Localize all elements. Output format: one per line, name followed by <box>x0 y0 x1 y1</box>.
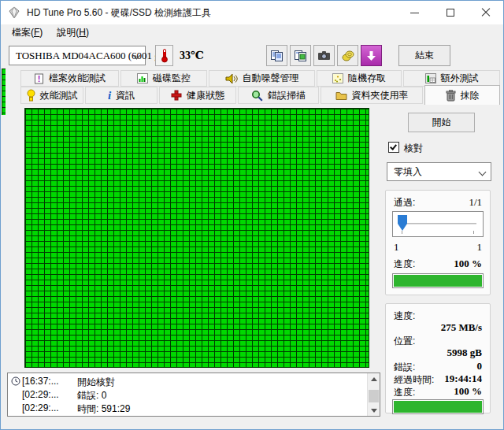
speed-label: 速度: <box>394 310 415 323</box>
tab-folder-usage[interactable]: 資料夾使用率 <box>321 87 423 104</box>
maximize-button[interactable] <box>432 1 468 24</box>
status-progress-label: 進度: <box>394 386 415 399</box>
slider-min-label: 1 <box>394 241 399 254</box>
drive-select[interactable]: TOSHIBA MD04ACA600 (6001 gB) <box>9 46 146 65</box>
tab-benchmark[interactable]: 效能測試 <box>20 87 83 104</box>
slider-tick <box>402 231 402 234</box>
app-window: HD Tune Pro 5.60 - 硬碟/SSD 檢測維護工具 檔案(F) 說… <box>0 0 504 430</box>
status-progress-bar <box>392 399 484 414</box>
random-access-icon <box>332 73 343 83</box>
log-entry: [02:29:... 時間: 591:29 <box>8 402 365 415</box>
pass-slider[interactable] <box>392 211 484 237</box>
elapsed-value: 19:44:14 <box>444 373 482 385</box>
title-bar: HD Tune Pro 5.60 - 硬碟/SSD 檢測維護工具 <box>1 1 503 24</box>
scrollbar-thumb[interactable] <box>369 390 379 402</box>
magnifier-icon <box>251 90 263 102</box>
minimize-button[interactable] <box>397 1 432 24</box>
screenshot-button[interactable] <box>313 45 335 66</box>
tab-extra-tests[interactable]: 額外測試 <box>403 70 500 87</box>
log-scrollbar[interactable] <box>367 373 380 416</box>
exit-button[interactable]: 結束 <box>398 45 450 66</box>
file-benchmark-icon: ! <box>34 73 44 84</box>
drive-select-value: TOSHIBA MD04ACA600 (6001 gB) <box>16 50 170 62</box>
log-time: [02:29:... <box>22 389 59 400</box>
verify-checkbox[interactable] <box>388 142 399 153</box>
close-icon <box>481 8 491 17</box>
arrow-up-icon <box>371 377 377 381</box>
slider-tick <box>473 231 474 234</box>
pass-group: 通過: 1/1 1 1 進度: 100 % <box>385 190 491 295</box>
download-button[interactable] <box>361 45 382 66</box>
camera-icon <box>317 50 331 61</box>
health-cross-icon <box>171 90 182 101</box>
hdtune-diamond-icon <box>8 6 20 19</box>
pass-progress-bar <box>392 273 484 288</box>
close-button[interactable] <box>468 1 503 24</box>
pass-progress-fill <box>394 275 482 287</box>
clock-icon <box>11 376 20 388</box>
verify-checkbox-label: 核對 <box>404 142 423 155</box>
start-button[interactable]: 開始 <box>408 113 475 132</box>
copy-text-icon <box>270 50 284 62</box>
pass-progress-label: 進度: <box>394 258 415 271</box>
log-message: 時間: 591:29 <box>77 402 130 416</box>
disk-monitor-icon <box>137 73 148 83</box>
check-icon <box>390 143 397 150</box>
folder-icon <box>335 91 347 101</box>
tab-erase[interactable]: 抹除 <box>424 85 500 105</box>
erase-method-value: 零填入 <box>394 165 422 179</box>
copy-image-button[interactable] <box>290 45 311 66</box>
thermometer-icon <box>161 48 169 63</box>
errors-label: 錯誤: <box>394 361 415 374</box>
svg-text:!: ! <box>38 74 41 83</box>
temperature-button[interactable] <box>155 45 173 66</box>
position-label: 位置: <box>394 335 415 348</box>
copy-text-button[interactable] <box>266 45 287 66</box>
tab-row-2: 效能測試 i 資訊 健康狀態 錯誤掃描 資料夾使用率 抹除 <box>20 87 502 104</box>
minimize-icon <box>410 13 419 13</box>
lightbulb-icon <box>27 89 35 102</box>
menu-bar: 檔案(F) 說明(H) <box>1 24 503 41</box>
scroll-up-button[interactable] <box>368 373 380 384</box>
slider-thumb-icon[interactable] <box>398 215 407 231</box>
tab-aam[interactable]: 自動噪聲管理 <box>209 70 315 87</box>
slider-max-label: 1 <box>477 241 483 254</box>
status-progress-fill <box>394 401 482 413</box>
pass-label: 通過: <box>394 196 415 209</box>
info-icon: i <box>108 91 111 101</box>
slider-track[interactable] <box>399 223 476 224</box>
scroll-down-button[interactable] <box>368 405 380 416</box>
tab-row-1: ! 檔案效能測試 磁碟監控 自動噪聲管理 隨機存取 額外測試 <box>20 70 502 87</box>
tab-info[interactable]: i 資訊 <box>85 87 158 104</box>
download-arrow-icon <box>366 50 376 61</box>
tab-random-access[interactable]: 隨機存取 <box>317 70 402 87</box>
position-value: 5998 gB <box>447 347 482 359</box>
tab-disk-monitor[interactable]: 磁碟監控 <box>120 70 207 87</box>
status-progress-value: 100 % <box>454 385 482 398</box>
pass-value: 1/1 <box>469 196 482 209</box>
speaker-icon <box>225 73 238 84</box>
maximize-icon <box>447 9 454 17</box>
tab-health[interactable]: 健康狀態 <box>159 87 236 104</box>
copy-image-icon <box>294 50 307 62</box>
screen-artifact-strip <box>2 69 6 115</box>
menu-file[interactable]: 檔案(F) <box>5 24 50 41</box>
tab-error-scan[interactable]: 錯誤掃描 <box>238 87 319 104</box>
window-controls <box>397 1 503 24</box>
temperature-value: 33℃ <box>180 49 204 62</box>
status-group: 速度: 275 MB/s 位置: 5998 gB 錯誤: 0 經過時間: 19:… <box>385 303 491 413</box>
trash-icon <box>446 90 456 102</box>
coins-button[interactable] <box>337 45 358 66</box>
menu-help[interactable]: 說明(H) <box>50 24 96 41</box>
errors-value: 0 <box>477 360 483 373</box>
log-entry: [02:29:... 錯誤: 0 <box>8 389 365 402</box>
log-box: [16:37:... 開始核對 [02:29:... 錯誤: 0 [02:29:… <box>7 373 380 417</box>
log-message: 開始核對 <box>77 376 115 389</box>
pass-progress-value: 100 % <box>454 258 482 270</box>
extra-tests-icon <box>425 73 436 83</box>
arrow-down-icon <box>371 409 377 413</box>
chevron-down-icon <box>479 169 487 176</box>
erase-method-select[interactable]: 零填入 <box>387 162 491 181</box>
log-message: 錯誤: 0 <box>77 389 106 402</box>
tab-file-benchmark[interactable]: ! 檔案效能測試 <box>20 70 119 87</box>
